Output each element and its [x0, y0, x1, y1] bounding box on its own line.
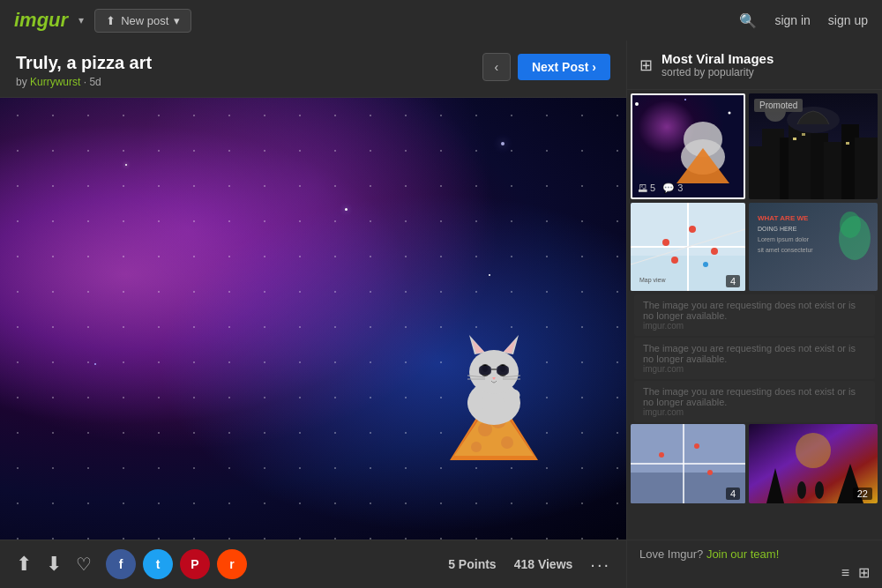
reddit-share-button[interactable]: r [217, 549, 247, 579]
sign-up-link[interactable]: sign up [828, 13, 868, 27]
header-right: 🔍 sign in sign up [739, 12, 868, 29]
svg-point-78 [815, 481, 824, 499]
svg-point-77 [797, 481, 806, 499]
post-title: Truly, a pizza art [16, 53, 152, 73]
header-left: imgur ▾ ⬆ New post ▾ [14, 9, 191, 33]
thumb-svg-4: WHAT ARE WE DOING HERE Lorem ipsum dolor… [749, 203, 878, 291]
svg-point-72 [707, 470, 713, 475]
star-2 [345, 208, 348, 211]
svg-rect-25 [497, 366, 509, 375]
promoted-badge: Promoted [754, 99, 803, 112]
cat-pizza-svg [406, 266, 582, 487]
thumbnail-festival[interactable]: 22 [749, 424, 878, 503]
sidebar-title: Most Viral Images [662, 51, 774, 66]
broken-text-1: The image you are requesting does not ex… [643, 300, 866, 321]
action-section: ⬆ ⬇ ♡ f t P r [16, 549, 247, 579]
post-header: Truly, a pizza art by Kurrywurst · 5d ‹ … [0, 41, 626, 98]
twitter-share-button[interactable]: t [143, 549, 173, 579]
thumbnail-text-meme[interactable]: WHAT ARE WE DOING HERE Lorem ipsum dolor… [749, 203, 878, 291]
main-header: imgur ▾ ⬆ New post ▾ 🔍 sign in sign up [0, 0, 882, 41]
upvote-button[interactable]: ⬆ [16, 553, 32, 576]
image-row-3: 4 [631, 424, 878, 503]
thumb-overlay-1: 🗳 5 💬 3 [638, 182, 683, 194]
right-sidebar: ⊞ Most Viral Images sorted by popularity [626, 41, 882, 588]
post-stats: 5 Points 418 Views ··· [448, 555, 610, 575]
downvote-button[interactable]: ⬇ [46, 553, 62, 576]
svg-text:Lorem ipsum dolor: Lorem ipsum dolor [758, 236, 810, 243]
svg-rect-45 [793, 138, 796, 140]
author-link[interactable]: Kurrywurst [30, 76, 80, 88]
vote-section: ⬆ ⬇ ♡ [16, 553, 92, 576]
search-button[interactable]: 🔍 [739, 12, 757, 29]
svg-text:WHAT ARE WE: WHAT ARE WE [758, 214, 809, 222]
left-content: Truly, a pizza art by Kurrywurst · 5d ‹ … [0, 41, 626, 588]
more-options-button[interactable]: ··· [590, 555, 610, 575]
sign-in-link[interactable]: sign in [774, 13, 810, 27]
sidebar-image-list: 🗳 5 💬 3 [627, 90, 882, 540]
svg-point-56 [671, 257, 678, 264]
thumbnail-dark-city[interactable]: Promoted [749, 93, 878, 199]
svg-point-54 [689, 226, 696, 233]
star-3 [94, 363, 96, 365]
sidebar-header: ⊞ Most Viral Images sorted by popularity [627, 41, 882, 90]
main-layout: Truly, a pizza art by Kurrywurst · 5d ‹ … [0, 41, 882, 588]
count-badge-2: 4 [726, 275, 740, 287]
post-age: 5d [89, 76, 101, 88]
broken-url-3: imgur.com [643, 407, 866, 417]
new-post-caret-icon: ▾ [174, 14, 180, 27]
svg-point-71 [694, 443, 699, 449]
facebook-share-button[interactable]: f [106, 549, 136, 579]
broken-text-3: The image you are requesting does not ex… [643, 386, 866, 407]
svg-rect-46 [802, 133, 805, 136]
broken-image-2: The image you are requesting does not ex… [634, 338, 875, 379]
svg-point-22 [467, 396, 485, 410]
broken-image-3: The image you are requesting does not ex… [634, 381, 875, 422]
vote-icon-1: 🗳 5 [638, 182, 655, 194]
post-footer: ⬆ ⬇ ♡ f t P r 5 Points 418 Views ··· [0, 540, 626, 588]
svg-point-55 [711, 248, 718, 255]
svg-point-32 [729, 112, 731, 115]
thumbnail-map[interactable]: Map view 4 [631, 203, 745, 291]
svg-point-76 [796, 433, 831, 468]
grid-icon: ⊞ [639, 56, 653, 75]
points-display: 5 Points [448, 557, 496, 571]
svg-text:Map view: Map view [639, 277, 667, 284]
share-section: f t P r [106, 549, 247, 579]
broken-image-1: The image you are requesting does not ex… [634, 294, 875, 336]
new-post-button[interactable]: ⬆ New post ▾ [94, 9, 191, 33]
sidebar-bottom: Love Imgur? Join our team! ≡ ⊞ [627, 540, 882, 588]
sidebar-subtitle: sorted by popularity [662, 66, 774, 78]
svg-text:sit amet consectetur: sit amet consectetur [758, 247, 813, 253]
thumbnail-map2[interactable]: 4 [631, 424, 745, 503]
svg-point-31 [635, 102, 639, 106]
comment-icon-1: 💬 3 [662, 182, 683, 194]
pinterest-share-button[interactable]: P [180, 549, 210, 579]
list-view-button[interactable]: ≡ [841, 564, 849, 581]
svg-rect-24 [479, 366, 491, 375]
broken-url-2: imgur.com [643, 364, 866, 374]
upload-icon: ⬆ [106, 14, 116, 27]
next-post-button[interactable]: Next Post › [518, 54, 610, 80]
new-post-label: New post [121, 14, 168, 27]
thumbnail-space-cat[interactable]: 🗳 5 💬 3 [631, 93, 745, 199]
svg-point-65 [840, 212, 861, 238]
svg-point-70 [659, 452, 664, 458]
views-display: 418 Views [514, 557, 573, 571]
svg-rect-42 [855, 138, 878, 199]
logo-caret-icon[interactable]: ▾ [78, 14, 84, 26]
sidebar-title-block: Most Viral Images sorted by popularity [662, 51, 774, 78]
grid-view-button[interactable]: ⊞ [858, 564, 870, 581]
imgur-logo[interactable]: imgur [14, 9, 68, 32]
svg-point-53 [662, 239, 669, 246]
favorite-button[interactable]: ♡ [76, 554, 92, 575]
post-title-block: Truly, a pizza art by Kurrywurst · 5d [16, 53, 152, 88]
post-meta: by Kurrywurst · 5d [16, 76, 152, 88]
footer-text: Love Imgur? [639, 547, 703, 561]
count-badge-3: 4 [726, 488, 740, 500]
svg-rect-47 [846, 142, 849, 145]
prev-post-button[interactable]: ‹ [482, 53, 511, 81]
post-navigation: ‹ Next Post › [482, 53, 610, 81]
join-team-link[interactable]: Join our team! [706, 547, 779, 561]
broken-url-1: imgur.com [643, 321, 866, 331]
svg-point-8 [469, 350, 519, 394]
